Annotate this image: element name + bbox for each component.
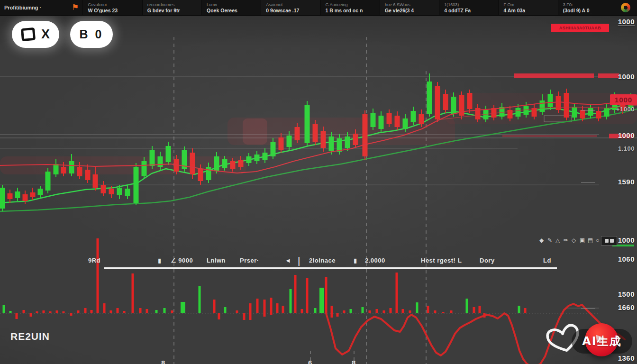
candle-body [419,114,424,124]
menu-item-value: 4 oddTZ Fa [444,8,493,13]
volume-bar [314,308,317,313]
bo-button[interactable]: B 0 [70,21,113,48]
candle-body [321,131,326,148]
volume-bar [110,310,112,313]
topbar-menu-item[interactable]: G Aorioeing1 B ms ord oc n [320,0,380,15]
indicator-label[interactable]: 2lolnace [309,257,336,264]
topbar-menu-item[interactable]: hoe 6 SWoosGe vle26(3 4 [380,0,439,15]
volume-bar [402,309,404,313]
indicator-label[interactable]: Lnlwn [207,257,226,264]
layers-tool-icon[interactable]: ▤ [588,237,593,244]
circle-tool-icon[interactable]: ○ [596,237,599,244]
indicator-label[interactable]: Prser· [240,257,259,264]
indicator-label[interactable]: Hest rgest! [421,257,455,264]
draw-tool-icon[interactable]: ✎ [547,237,552,244]
candle-body [564,93,569,118]
candle-body [54,164,59,174]
indicator-label[interactable]: ∠ 9000 [171,257,193,264]
indicator-label[interactable]: 2.0000 [365,257,385,264]
indicator-label[interactable]: ▮ [354,257,357,264]
topbar-menu-item[interactable]: Asaionot0 9owscae .17 [261,0,320,15]
candle-body [246,156,252,163]
topbar-menu-item[interactable]: recoordnumesG bdev for 9tr [142,0,201,15]
trading-app: { "topbar": { "brand": "Profitibiumng ·"… [0,0,637,364]
watermark-logo: RE2UIN [10,331,50,342]
close-button[interactable]: X [12,21,59,48]
indicator-label[interactable]: Ld [543,257,551,264]
volume-bar [337,313,339,317]
candle-body [427,82,432,114]
volume-bar [282,306,284,313]
volume-bar [3,305,5,313]
menu-item-value: 4 Am 03a [503,8,553,13]
volume-bar [383,310,385,313]
candle-body [206,167,211,180]
volume-bar [466,299,468,313]
volume-bar [331,306,333,318]
candle-body [435,86,440,119]
candle-body [142,161,147,176]
indicator-label[interactable]: 9Rd [88,257,100,264]
topbar-menu-item[interactable]: F Om4 Am 03a [498,0,557,15]
candle-body [305,105,310,143]
candle-body [329,136,334,151]
candle-body [134,167,139,203]
volume-bar [294,275,297,313]
snapshot-dot [610,239,614,243]
pen-tool-icon[interactable]: ✏ [564,237,568,244]
volume-bar [325,277,328,313]
indicator-label[interactable]: Dory [480,257,495,264]
volume-bar [199,286,201,313]
volume-bar [117,308,119,313]
candle-body [0,188,5,209]
triangle-tool-icon[interactable]: △ [555,237,560,244]
volume-bar [369,310,371,313]
current-price-tag: 1000 [610,94,637,105]
topbar-menu-item[interactable]: 3 F0i(3odl 9) A 0_ [558,0,617,15]
volume-bar [442,312,445,313]
bo-button-label: B 0 [80,27,104,41]
volume-bar [146,309,148,313]
candle-body [451,97,456,114]
volume-bar [16,313,18,319]
volume-bar [518,306,520,313]
volume-bar [427,306,429,313]
indicator-label[interactable]: ▮ [158,257,162,264]
candle-body [443,94,448,110]
app-logo-icon[interactable] [621,3,630,12]
volume-bar [171,310,173,313]
topbar-menu-item[interactable]: CovalcnoiW O'gues 23 [82,0,142,15]
volume-bar [132,273,134,313]
volume-bar [181,302,185,313]
volume-bar [30,313,32,317]
candle-body [313,124,318,142]
candle-body [524,106,529,115]
price-chart[interactable] [0,0,637,364]
candle-body [222,159,228,168]
indicator-label[interactable]: ◄ [285,257,291,264]
price-axis-label: 1060 [591,255,635,263]
candle-body [387,113,392,124]
indicator-label[interactable]: | [298,255,300,266]
volume-bar [164,308,166,313]
volume-bar [49,311,52,313]
snapshot-button[interactable] [601,236,617,246]
marker-tool-icon[interactable]: ▣ [580,237,585,244]
snapshot-dot [605,239,609,243]
topbar-menu-item[interactable]: 1(1603)4 oddTZ Fa [439,0,498,15]
candle-body [158,156,163,167]
price-axis-label: 1000 [591,18,635,26]
candle-body [411,111,416,122]
time-tick-label: 8 [161,359,165,364]
candle-body [548,94,553,107]
indicator-label[interactable]: L [458,257,462,264]
topbar-menu-item[interactable]: LomvQoek Oerees [201,0,261,15]
volume-bar [243,313,246,320]
close-button-label: X [41,27,50,42]
volume-bar [376,309,378,313]
volume-bar [97,238,99,313]
shapes-tool-icon[interactable]: ◆ [539,237,544,244]
menu-item-value: 1 B ms ord oc n [326,8,375,13]
diamond-tool-icon[interactable]: ◇ [572,237,576,244]
volume-bar [479,306,481,313]
